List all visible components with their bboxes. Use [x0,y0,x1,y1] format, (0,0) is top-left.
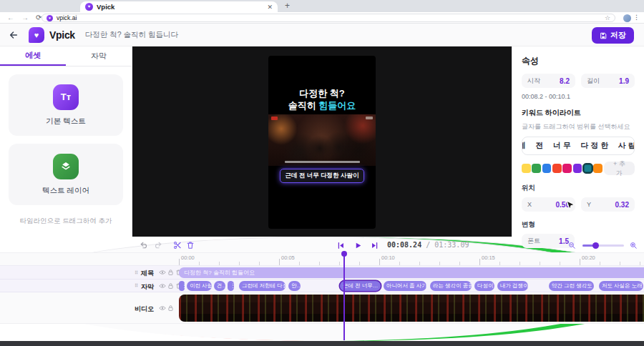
current-time: 00:08.24 [387,241,421,249]
subtitle-clip[interactable]: 라는 생각이 종종 드… [430,281,472,291]
start-label: 시작 [527,76,540,86]
text-layer-card[interactable]: 텍스트 레이어 [9,144,123,205]
color-swatch-blue[interactable] [542,164,552,173]
video-frame [268,114,376,166]
tab-close-icon[interactable]: ✕ [267,4,273,11]
back-icon[interactable]: ← [7,14,14,21]
assets-sidebar: 에셋 자막 Tт 기본 텍스트 텍스트 레이어 타임라인으로 드래그하여 추가 [0,46,132,237]
subtitle-clip[interactable]: ⋮ [228,281,234,291]
position-y-field[interactable]: Y 0.32 [581,197,635,212]
frame-subtitle-strip [285,161,360,163]
basic-text-card[interactable]: Tт 기본 텍스트 [9,74,123,136]
lock-icon[interactable] [167,282,175,290]
timeline: 00:08.24 / 01:33.09 00:00 00:05 00:10 00… [0,237,644,341]
play-icon[interactable] [353,240,363,250]
color-swatch-green[interactable] [532,164,541,173]
keyword-select-box[interactable]: 근데 전 너무 다정한 사람이 [522,137,635,155]
color-swatch-purple[interactable] [573,164,582,173]
redo-icon[interactable] [153,240,163,250]
properties-panel: 속성 시작 8.2 길이 1.9 00:08.2 - 00:10.1 키워드 하… [512,46,644,237]
color-swatch-teal-selected[interactable] [583,164,592,173]
browser-menu-icon[interactable]: ⋮ [633,14,640,21]
lock-icon[interactable] [167,269,175,276]
subtitle-clip[interactable]: ⋮ [179,281,185,291]
save-button[interactable]: 저장 [592,27,634,44]
vpick-logo-icon[interactable]: ♥ [29,27,44,43]
app-window: ♥ Vpick ✕ + ← → ⟳ ♥ vpick.ai ☆ ⋮ ♥ Vpick… [0,0,644,346]
undo-icon[interactable] [139,240,149,250]
color-swatch-red[interactable] [552,164,562,173]
bookmark-star-icon[interactable]: ☆ [605,14,610,21]
browser-tab-strip: ♥ Vpick ✕ + [0,0,644,12]
length-value: 1.9 [619,77,629,85]
subtitle-clip[interactable]: 약간 그런 생각도 … [549,281,594,291]
length-field[interactable]: 길이 1.9 [581,74,635,88]
save-button-label: 저장 [610,30,626,41]
zoom-out-icon[interactable] [567,240,577,250]
profile-avatar[interactable] [623,14,631,22]
ruler-label-1: 00:05 [281,254,295,261]
swatch-row: + 추가 [522,162,635,175]
start-value: 8.2 [560,77,570,85]
time-range: 00:08.2 - 00:10.1 [522,93,635,100]
window-bottom-edge [0,341,644,346]
caption-wrap: 근데 전 너무 다정한 사람이 [268,169,376,183]
split-scissors-icon[interactable] [172,240,182,250]
video-title-line2: 솔직히 힘들어요 [268,99,376,112]
subtitle-clip[interactable]: 아니어서 좀 사기를… [384,281,426,291]
playhead-line[interactable] [343,254,345,340]
subtitle-clip[interactable]: 다정이… [474,281,494,291]
site-icon: ♥ [47,15,53,21]
new-tab-button[interactable]: + [285,1,290,11]
broadcast-logo-left [271,117,278,120]
tab-assets[interactable]: 에셋 [0,46,66,66]
drag-handle-icon[interactable]: ⠿ [135,283,138,289]
eye-icon[interactable] [159,305,166,312]
drag-handle-icon[interactable]: ⠿ [135,270,138,276]
subtitle-clip-selected[interactable]: 근데 전 너무… [340,281,381,291]
video-title-overlay: 다정한 척? 솔직히 힘들어요 [268,87,376,112]
address-bar[interactable]: ♥ vpick.ai ☆ [42,14,615,22]
color-swatch-pink[interactable] [562,164,572,173]
browser-toolbar: ← → ⟳ ♥ vpick.ai ☆ ⋮ [0,12,644,24]
title-clip[interactable]: 다정한 척? 솔직히 힘들어요 [179,267,644,278]
timeline-ruler[interactable]: 00:00 00:05 00:10 00:15 00:20 [0,253,644,266]
video-clip-filmstrip[interactable] [179,295,644,322]
position-label: 위치 [522,184,635,193]
tab-subtitles[interactable]: 자막 [66,46,132,66]
selected-caption-box[interactable]: 근데 전 너무 다정한 사람이 [280,169,365,183]
app-name: Vpick [49,29,75,41]
preview-stage: 다정한 척? 솔직히 힘들어요 근데 전 너무 다정한 사람이 [132,46,512,237]
subtitle-clip[interactable]: 저도 사실은 노래… [599,281,643,291]
browser-tab[interactable]: ♥ Vpick ✕ [80,1,278,12]
subtitle-clip[interactable]: 그런데 저한테 다정한 노… [239,281,286,291]
y-value: 0.32 [615,201,629,209]
zoom-in-icon[interactable] [628,240,638,250]
time-display: 00:08.24 / 01:33.09 [387,241,469,249]
track-subtitles: ⠿ 자막 [0,280,644,292]
color-swatch-yellow[interactable] [522,164,531,173]
subtitle-clip[interactable]: 안… [288,281,301,291]
delete-clip-icon[interactable] [185,240,195,250]
eye-icon[interactable] [159,269,166,276]
zoom-slider-thumb[interactable] [592,242,599,249]
subtitle-clip[interactable]: 건… [214,281,225,291]
color-swatch-orange[interactable] [593,164,602,173]
subtitle-clip[interactable]: 내가 겁쟁이지… [497,281,528,291]
add-keyword-button[interactable]: + 추가 [604,162,635,175]
skip-start-icon[interactable] [336,240,346,250]
video-preview[interactable]: 다정한 척? 솔직히 힘들어요 근데 전 너무 다정한 사람이 [268,56,376,229]
video-title-highlight: 힘들어요 [318,100,356,111]
project-title: 다정한 척? 솔직히 힘듭니다 [85,30,178,40]
start-field[interactable]: 시작 8.2 [522,74,575,88]
subtitle-clip[interactable]: 이런 사람이… [187,281,212,291]
eye-icon[interactable] [159,282,166,290]
timeline-zoom-slider[interactable] [582,244,624,247]
track-subtitles-label: 자막 [141,282,154,292]
skip-end-icon[interactable] [369,240,379,250]
app-back-button[interactable] [9,30,19,40]
properties-title: 속성 [522,55,635,67]
forward-icon[interactable]: → [21,14,29,21]
lock-icon[interactable] [167,305,175,312]
timeline-toolbar: 00:08.24 / 01:33.09 [0,237,644,253]
